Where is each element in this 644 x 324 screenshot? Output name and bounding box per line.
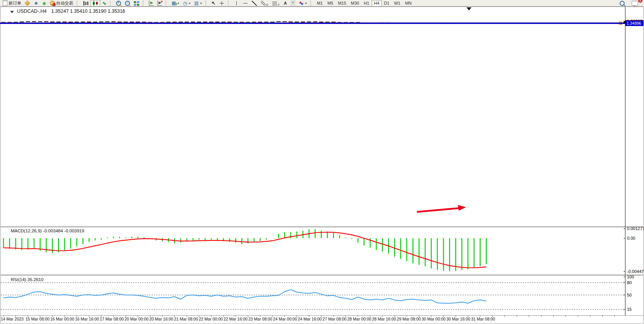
horizontal-line-icon xyxy=(243,1,248,6)
vertical-line-icon xyxy=(234,1,239,6)
chart-canvas[interactable]: 1.382251.380201.378101.376001.373901.371… xyxy=(0,0,644,324)
chart-frame xyxy=(1,7,644,324)
candlestick-chart-icon xyxy=(92,1,98,6)
arrows-tool-button[interactable]: ▾ xyxy=(297,0,309,7)
timeframe-m30[interactable]: M30 xyxy=(348,0,361,7)
chart-shift-button[interactable]: ▶ xyxy=(155,0,164,7)
fibonacci-tool-button[interactable]: F xyxy=(270,0,282,7)
gold-icon xyxy=(25,0,30,6)
text-tool-button[interactable]: A xyxy=(282,0,289,7)
signals-button[interactable]: ◉ xyxy=(41,0,48,7)
chevron-down-icon: ▾ xyxy=(305,2,307,5)
vertical-line-tool-button[interactable] xyxy=(232,0,241,7)
market-watch-button[interactable] xyxy=(23,0,32,7)
line-chart-icon: ∿ xyxy=(102,1,106,6)
zoom-out-icon xyxy=(125,1,130,6)
templates-button[interactable]: ▤▾ xyxy=(192,0,203,7)
chart-shift-icon: ▶ xyxy=(157,0,162,6)
time-axis-label: 24 Mar 16:00 xyxy=(298,317,322,321)
toolbar-grip xyxy=(110,1,113,6)
trendline-tool-button[interactable] xyxy=(250,0,259,7)
crosshair-tool-button[interactable] xyxy=(217,0,226,7)
time-axis-label: 30 Mar 16:00 xyxy=(446,317,470,321)
label-tool-button[interactable]: T xyxy=(289,0,297,7)
fibonacci-sub-label: F xyxy=(278,3,279,6)
macd-label: MACD(12,26,9) -0.003484 -0.003919 xyxy=(11,229,84,233)
timeframe-h4[interactable]: H4 xyxy=(372,0,382,7)
zoom-in-button[interactable] xyxy=(114,0,123,7)
new-order-button[interactable]: 新订单 xyxy=(1,0,23,7)
new-chart-icon: ▦ xyxy=(172,1,176,6)
toolbar-grip xyxy=(205,1,208,6)
time-axis-label: 24 Mar 00:00 xyxy=(273,317,297,321)
tile-windows-button[interactable] xyxy=(132,0,141,7)
rsi-tick-label: 15 xyxy=(627,307,632,312)
community-button[interactable]: ☻ xyxy=(32,0,41,7)
zoom-out-button[interactable] xyxy=(123,0,132,7)
tile-windows-icon xyxy=(134,1,139,6)
time-axis-label: 16 Mar 00:00 xyxy=(50,317,74,321)
chevron-down-icon: ▾ xyxy=(200,2,202,5)
chat-icon xyxy=(632,1,638,6)
search-icon xyxy=(620,1,625,6)
auto-trading-label: 自动交易 xyxy=(56,0,73,6)
new-chart-button[interactable]: ▦▾ xyxy=(170,0,181,7)
search-button[interactable] xyxy=(618,0,627,7)
time-axis-label: 27 Mar 08:00 xyxy=(323,317,347,321)
fibonacci-icon xyxy=(272,1,277,5)
timeframe-w1[interactable]: W1 xyxy=(392,0,403,7)
auto-scroll-icon: ▶ xyxy=(149,0,154,6)
macd-tick-label: 0.00 xyxy=(627,236,635,240)
time-axis-label: 23 Mar 08:00 xyxy=(248,317,272,321)
timeframe-d1[interactable]: D1 xyxy=(382,0,392,7)
timeframe-group: M1M5M15M30H1H4D1W1MN xyxy=(314,0,414,7)
toolbar-grip xyxy=(77,1,79,6)
timeframe-m15[interactable]: M15 xyxy=(336,0,348,7)
time-axis-label: 29 Mar 08:00 xyxy=(397,317,421,321)
time-axis-label: 14 Mar 2023 xyxy=(1,317,24,321)
cursor-icon: ↖ xyxy=(212,1,215,6)
time-axis-label: 28 Mar 00:00 xyxy=(347,317,371,321)
timeframe-m1[interactable]: M1 xyxy=(314,0,325,7)
time-axis-label: 17 Mar 08:00 xyxy=(100,317,124,321)
time-axis-label: 22 Mar 16:00 xyxy=(224,317,248,321)
auto-trading-button[interactable]: 自动交易 xyxy=(48,0,75,7)
macd-tick-label: -0.004479 xyxy=(627,269,644,274)
chart-title: USDCAD-,H41.35247 1.35410 1.35190 1.3531… xyxy=(17,9,125,14)
template-icon: ▤ xyxy=(194,1,198,6)
price-badge: 1.34896 xyxy=(627,21,641,26)
candlestick-chart-button[interactable] xyxy=(91,0,100,7)
timeframe-m5[interactable]: M5 xyxy=(325,0,335,7)
text-tool-icon: A xyxy=(284,1,287,5)
periods-button[interactable]: ◷▾ xyxy=(181,0,192,7)
auto-scroll-button[interactable]: ▶ xyxy=(147,0,155,7)
time-axis-label: 31 Mar 08:00 xyxy=(471,317,495,321)
time-axis-label: 21 Mar 08:00 xyxy=(174,317,198,321)
toolbar-grip xyxy=(166,1,168,6)
timeframe-mn[interactable]: MN xyxy=(403,0,414,7)
rsi-tick-label: 50 xyxy=(627,293,632,297)
time-axis-label: 16 Mar 16:00 xyxy=(75,317,99,321)
chat-button[interactable]: 1 xyxy=(630,0,640,7)
arrows-icon xyxy=(299,1,304,6)
time-axis-label: 30 Mar 00:00 xyxy=(422,317,446,321)
channel-icon xyxy=(261,1,266,6)
label-tool-icon: T xyxy=(291,1,296,5)
zoom-in-icon xyxy=(116,1,121,6)
cursor-tool-button[interactable]: ↖ xyxy=(210,0,217,7)
clock-icon: ◷ xyxy=(183,1,187,6)
bar-chart-button[interactable] xyxy=(81,0,91,7)
bar-chart-icon xyxy=(83,1,89,6)
crosshair-icon xyxy=(219,1,224,6)
horizontal-line-tool-button[interactable] xyxy=(241,0,250,7)
chevron-down-icon: ▾ xyxy=(189,2,190,5)
time-axis-label: 20 Mar 00:00 xyxy=(125,317,149,321)
timeframe-h1[interactable]: H1 xyxy=(362,0,372,7)
time-axis-label: 22 Mar 00:00 xyxy=(199,317,223,321)
main-toolbar: 新订单 ☻ ◉ 自动交易 ∿ ▶ ▶ ▦▾ ◷▾ ▤▾ ↖ E F A T ▾ … xyxy=(0,0,644,7)
channel-tool-button[interactable]: E xyxy=(259,0,271,7)
auto-trading-icon xyxy=(50,1,55,6)
line-chart-button[interactable]: ∿ xyxy=(100,0,108,7)
new-order-label: 新订单 xyxy=(9,0,21,6)
chevron-down-icon: ▾ xyxy=(178,2,179,5)
